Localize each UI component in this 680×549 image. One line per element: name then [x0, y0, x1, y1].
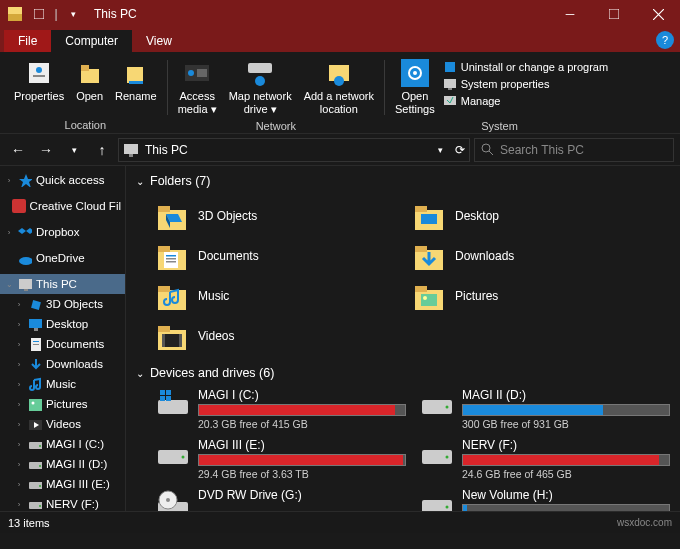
folder-documents[interactable]: Documents — [156, 236, 413, 276]
system-properties-button[interactable]: System properties — [443, 77, 608, 91]
tree-item-downloads[interactable]: ›Downloads — [0, 354, 125, 374]
svg-rect-10 — [129, 81, 143, 84]
chevron-icon[interactable]: › — [14, 480, 24, 489]
drive-icon — [420, 438, 454, 472]
manage-button[interactable]: Manage — [443, 94, 608, 108]
svg-point-95 — [446, 506, 449, 509]
chevron-icon[interactable]: › — [14, 340, 24, 349]
drive-nerv-f-[interactable]: NERV (F:)24.6 GB free of 465 GB — [420, 438, 670, 480]
window-title: This PC — [94, 7, 137, 21]
tree-item-magi-i-c-[interactable]: ›MAGI I (C:) — [0, 434, 125, 454]
content-pane[interactable]: ⌄Folders (7) 3D ObjectsDesktopDocumentsD… — [126, 166, 680, 511]
tree-label: NERV (F:) — [46, 498, 99, 510]
svg-rect-63 — [166, 255, 176, 257]
drives-header[interactable]: ⌄Devices and drives (6) — [136, 362, 670, 388]
folder-videos[interactable]: Videos — [156, 316, 413, 356]
chevron-icon[interactable]: › — [14, 500, 24, 509]
svg-point-42 — [32, 402, 35, 405]
svg-point-85 — [446, 406, 449, 409]
open-button[interactable]: Open — [72, 56, 107, 117]
address-input[interactable]: This PC ▾ ⟳ — [118, 138, 470, 162]
tab-file[interactable]: File — [4, 30, 51, 52]
chevron-icon[interactable]: › — [14, 380, 24, 389]
chevron-icon[interactable]: › — [14, 360, 24, 369]
rename-button[interactable]: Rename — [111, 56, 161, 117]
chevron-icon[interactable]: › — [14, 320, 24, 329]
titlebar: | ▾ This PC ─ — [0, 0, 680, 28]
open-settings-button[interactable]: Open Settings — [391, 56, 439, 118]
tree-item-onedrive[interactable]: OneDrive — [0, 248, 125, 268]
properties-button[interactable]: Properties — [10, 56, 68, 117]
refresh-button[interactable]: ⟳ — [455, 143, 465, 157]
tree-icon — [18, 225, 32, 239]
svg-point-48 — [39, 465, 41, 467]
folder-3d-objects[interactable]: 3D Objects — [156, 196, 413, 236]
map-drive-button[interactable]: Map network drive ▾ — [225, 56, 296, 118]
tree-item-nerv-f-[interactable]: ›NERV (F:) — [0, 494, 125, 511]
uninstall-button[interactable]: Uninstall or change a program — [443, 60, 608, 74]
folders-header[interactable]: ⌄Folders (7) — [136, 170, 670, 196]
tree-item-dropbox[interactable]: ›Dropbox — [0, 222, 125, 242]
svg-rect-80 — [160, 390, 165, 395]
drive-dvd-rw-drive-g-[interactable]: DVDDVD RW Drive (G:) — [156, 488, 406, 511]
chevron-icon[interactable]: › — [14, 440, 24, 449]
drive-free-text: 20.3 GB free of 415 GB — [198, 418, 406, 430]
tree-item-videos[interactable]: ›Videos — [0, 414, 125, 434]
up-button[interactable]: ↑ — [90, 138, 114, 162]
folder-icon — [156, 320, 188, 352]
close-button[interactable] — [636, 0, 680, 28]
chevron-icon[interactable]: ⌄ — [4, 280, 14, 289]
tree-icon — [28, 337, 42, 351]
tree-item-pictures[interactable]: ›Pictures — [0, 394, 125, 414]
svg-rect-71 — [415, 286, 427, 292]
chevron-icon[interactable]: › — [14, 460, 24, 469]
forward-button[interactable]: → — [34, 138, 58, 162]
tree-item-creative-cloud-fil[interactable]: Creative Cloud Fil — [0, 196, 125, 216]
tab-view[interactable]: View — [132, 30, 186, 52]
tree-item-magi-ii-d-[interactable]: ›MAGI II (D:) — [0, 454, 125, 474]
ribbon-group-location: Properties Open Rename Location — [4, 56, 167, 133]
addr-dropdown-icon[interactable]: ▾ — [438, 145, 443, 155]
recent-button[interactable]: ▾ — [62, 138, 86, 162]
tree-item-music[interactable]: ›Music — [0, 374, 125, 394]
tab-computer[interactable]: Computer — [51, 30, 132, 52]
drive-icon — [156, 438, 190, 472]
drive-new-volume-h-[interactable]: New Volume (H:)4.57 GB free of 4.65 GB — [420, 488, 670, 511]
tree-icon — [28, 377, 42, 391]
tree-item-magi-iii-e-[interactable]: ›MAGI III (E:) — [0, 474, 125, 494]
tree-item-this-pc[interactable]: ⌄This PC — [0, 274, 125, 294]
tree-item-3d-objects[interactable]: ›3D Objects — [0, 294, 125, 314]
svg-point-87 — [182, 456, 185, 459]
svg-point-5 — [36, 67, 42, 73]
back-button[interactable]: ← — [6, 138, 30, 162]
drive-magi-iii-e-[interactable]: MAGI III (E:)29.4 GB free of 3.63 TB — [156, 438, 406, 480]
chevron-icon[interactable]: › — [4, 228, 14, 237]
tree-item-quick-access[interactable]: ›Quick access — [0, 170, 125, 190]
tree-label: This PC — [36, 278, 77, 290]
chevron-icon[interactable]: › — [14, 400, 24, 409]
tree-item-documents[interactable]: ›Documents — [0, 334, 125, 354]
maximize-button[interactable] — [592, 0, 636, 28]
folder-downloads[interactable]: Downloads — [413, 236, 670, 276]
search-input[interactable]: Search This PC — [474, 138, 674, 162]
qat-item[interactable] — [28, 3, 50, 25]
help-icon[interactable]: ? — [656, 31, 674, 49]
drive-magi-ii-d-[interactable]: MAGI II (D:)300 GB free of 931 GB — [420, 388, 670, 430]
drive-icon: DVD — [156, 488, 190, 511]
folder-music[interactable]: Music — [156, 276, 413, 316]
drive-label: NERV (F:) — [462, 438, 670, 452]
folder-desktop[interactable]: Desktop — [413, 196, 670, 236]
add-location-button[interactable]: Add a network location — [300, 56, 378, 118]
access-media-button[interactable]: Access media ▾ — [174, 56, 221, 118]
minimize-button[interactable]: ─ — [548, 0, 592, 28]
tree-icon — [18, 251, 32, 265]
app-icon[interactable] — [4, 3, 26, 25]
tree-item-desktop[interactable]: ›Desktop — [0, 314, 125, 334]
folder-pictures[interactable]: Pictures — [413, 276, 670, 316]
drive-magi-i-c-[interactable]: MAGI I (C:)20.3 GB free of 415 GB — [156, 388, 406, 430]
chevron-icon[interactable]: › — [14, 300, 24, 309]
svg-rect-41 — [29, 399, 42, 411]
chevron-icon[interactable]: › — [4, 176, 14, 185]
chevron-icon[interactable]: › — [14, 420, 24, 429]
qat-dropdown[interactable]: ▾ — [62, 3, 84, 25]
